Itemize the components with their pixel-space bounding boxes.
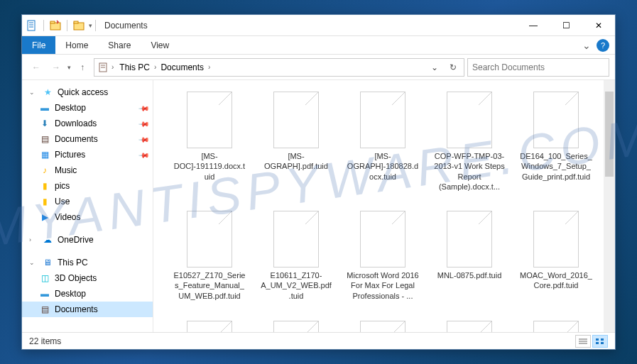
file-item[interactable]: E10611_Z170-A_UM_V2_WEB.pdf.tuid xyxy=(257,208,335,304)
address-dropdown-icon[interactable]: ⌄ xyxy=(427,60,442,75)
ribbon-tabs: File Home Share View ⌄ ? xyxy=(22,36,615,55)
svg-rect-0 xyxy=(28,21,35,31)
pc-icon: 🖥 xyxy=(42,257,53,268)
nav-music[interactable]: ♪ Music xyxy=(22,162,153,178)
history-dropdown-icon[interactable]: ▾ xyxy=(67,64,71,71)
nav-this-pc[interactable]: ⌄ 🖥 This PC xyxy=(22,255,153,270)
content-area: ⌄ ★ Quick access ▬ Desktop 📌 ⬇ Downloads… xyxy=(22,80,615,332)
up-button[interactable]: ↑ xyxy=(74,59,91,76)
file-icon xyxy=(360,211,405,268)
file-item[interactable]: [MS-OGRAPH]-180828.docx.tuid xyxy=(344,89,422,194)
breadcrumb-this-pc[interactable]: This PC xyxy=(116,61,153,74)
chevron-right-icon[interactable]: › xyxy=(111,63,114,71)
qat-dropdown-icon[interactable]: ▾ xyxy=(89,22,92,29)
forward-button[interactable]: → xyxy=(48,59,65,76)
address-bar[interactable]: › This PC › Documents › ⌄ ↻ xyxy=(94,58,464,77)
file-explorer-window: ▾ Documents — ☐ ✕ File Home Share View ⌄… xyxy=(21,14,616,350)
breadcrumb-documents[interactable]: Documents xyxy=(158,61,207,74)
nav-pics[interactable]: ▮ pics xyxy=(22,178,153,194)
search-box[interactable] xyxy=(467,58,609,77)
file-item[interactable]: [MS-DOC]-191119.docx.tuid xyxy=(170,89,249,194)
desktop-icon: ▬ xyxy=(39,102,50,114)
star-icon: ★ xyxy=(42,87,53,98)
window-title: Documents xyxy=(104,21,517,31)
ribbon-expand-icon[interactable]: ⌄ xyxy=(582,40,591,51)
window-controls: — ☐ ✕ xyxy=(517,15,615,36)
pictures-icon: ▦ xyxy=(39,149,50,160)
file-item[interactable]: MNL-0875.pdf.tuid xyxy=(430,208,508,304)
file-icon xyxy=(533,211,579,268)
file-item[interactable]: [MS-OGRAPH].pdf.tuid xyxy=(257,89,335,194)
file-item[interactable]: MOAC_Word_2016_Core.pdf.tuid xyxy=(517,208,595,304)
svg-rect-16 xyxy=(596,342,599,344)
folder-icon[interactable] xyxy=(72,18,86,33)
file-icon xyxy=(447,211,492,268)
tab-file[interactable]: File xyxy=(22,36,55,54)
tab-home[interactable]: Home xyxy=(55,36,98,54)
file-item[interactable] xyxy=(170,318,249,332)
download-icon: ⬇ xyxy=(39,118,50,129)
minimize-button[interactable]: — xyxy=(517,15,550,36)
scroll-thumb[interactable] xyxy=(605,92,614,177)
maximize-button[interactable]: ☐ xyxy=(550,15,582,36)
svg-rect-15 xyxy=(601,338,604,341)
nav-quick-access[interactable]: ⌄ ★ Quick access xyxy=(22,84,153,100)
collapse-icon[interactable]: ⌄ xyxy=(29,259,38,266)
file-icon xyxy=(447,321,492,332)
svg-rect-7 xyxy=(74,21,78,23)
expand-icon[interactable]: › xyxy=(29,236,38,243)
back-button[interactable]: ← xyxy=(28,59,45,76)
pin-icon: 📌 xyxy=(138,133,150,145)
folder-icon: ▮ xyxy=(39,196,50,207)
refresh-icon[interactable]: ↻ xyxy=(445,60,461,75)
nav-desktop-pc[interactable]: ▬ Desktop xyxy=(22,286,153,302)
documents-icon xyxy=(97,62,109,73)
file-item[interactable]: COP-WFP-TMP-03-2013-v1 Work Steps Report… xyxy=(430,89,508,194)
properties-icon[interactable] xyxy=(25,18,39,33)
tab-share[interactable]: Share xyxy=(98,36,141,54)
quick-access-toolbar: ▾ xyxy=(25,18,92,33)
tab-view[interactable]: View xyxy=(141,36,179,54)
titlebar: ▾ Documents — ☐ ✕ xyxy=(22,15,615,36)
nav-videos[interactable]: ▶ Videos xyxy=(22,209,153,225)
file-item[interactable] xyxy=(430,318,508,332)
nav-use[interactable]: ▮ Use xyxy=(22,194,153,209)
file-item[interactable] xyxy=(257,318,335,332)
chevron-right-icon[interactable]: › xyxy=(208,63,210,71)
nav-documents-pc[interactable]: ▤ Documents xyxy=(22,302,153,317)
chevron-right-icon[interactable]: › xyxy=(154,63,156,71)
desktop-icon: ▬ xyxy=(39,288,50,299)
file-icon xyxy=(187,211,232,268)
pin-icon: 📌 xyxy=(138,102,150,114)
details-view-button[interactable] xyxy=(575,335,591,348)
file-item[interactable]: DE164_100_Series_Windows_7_Setup_Guide_p… xyxy=(517,89,595,194)
vertical-scrollbar[interactable] xyxy=(604,80,615,332)
nav-desktop[interactable]: ▬ Desktop 📌 xyxy=(22,100,153,116)
3d-icon: ◫ xyxy=(39,272,50,284)
file-item[interactable] xyxy=(517,318,595,332)
pin-icon: 📌 xyxy=(138,149,150,160)
file-icon xyxy=(533,92,579,148)
nav-3d-objects[interactable]: ◫ 3D Objects xyxy=(22,270,153,286)
icons-view-button[interactable] xyxy=(592,335,608,348)
pin-icon: 📌 xyxy=(138,118,150,129)
file-icon xyxy=(187,92,232,148)
search-input[interactable] xyxy=(472,62,604,72)
file-icon xyxy=(273,92,319,148)
close-button[interactable]: ✕ xyxy=(582,15,615,36)
file-item[interactable] xyxy=(344,318,422,332)
nav-onedrive[interactable]: › ☁ OneDrive xyxy=(22,232,153,248)
nav-downloads[interactable]: ⬇ Downloads 📌 xyxy=(22,116,153,131)
video-icon: ▶ xyxy=(39,211,50,223)
documents-icon: ▤ xyxy=(39,304,50,315)
nav-documents[interactable]: ▤ Documents 📌 xyxy=(22,131,153,147)
folder-icon: ▮ xyxy=(39,180,50,192)
nav-pictures[interactable]: ▦ Pictures 📌 xyxy=(22,147,153,162)
collapse-icon[interactable]: ⌄ xyxy=(29,89,38,96)
new-folder-icon[interactable] xyxy=(48,18,62,33)
files-pane[interactable]: [MS-DOC]-191119.docx.tuid [MS-OGRAPH].pd… xyxy=(153,80,604,332)
file-item[interactable]: Microsoft Word 2016 For Max For Legal Pr… xyxy=(344,208,422,304)
file-icon xyxy=(360,321,405,332)
help-icon[interactable]: ? xyxy=(597,39,609,52)
file-item[interactable]: E10527_Z170_Series_Feature_Manual_UM_WEB… xyxy=(170,208,249,304)
